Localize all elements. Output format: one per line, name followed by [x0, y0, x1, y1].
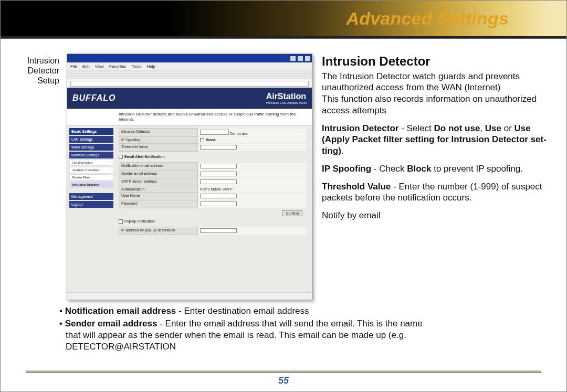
router-body: Basic Settings LAN Settings WAN Settings…	[67, 126, 312, 300]
section-heading: Intrusion Detector	[322, 54, 550, 70]
form-table: IP address for pop-up destination	[119, 227, 307, 235]
form-actions: Confirm	[119, 208, 307, 219]
form-label: Intrusion Detector	[119, 129, 198, 137]
form-label: IP Spoofing	[119, 137, 198, 144]
form-label: Authentication	[119, 186, 198, 193]
select-icon	[200, 130, 229, 135]
page-banner: Advanced Settings	[1, 1, 566, 36]
description-column: Intrusion Detector The Intrusion Detecto…	[322, 54, 550, 300]
figure: File Edit View Favorites Tools Help BUFF…	[67, 54, 314, 300]
text-input	[200, 179, 237, 184]
airstation-sub: Wireless LAN Access Point	[266, 101, 307, 104]
form-label: IP address for pop-up destination	[119, 227, 198, 235]
checkbox-icon	[200, 138, 204, 142]
buffalo-logo: BUFFALO	[72, 93, 116, 103]
banner-title: Advanced Settings	[346, 8, 509, 29]
menu-item: Tools	[132, 64, 142, 69]
paragraph: Threshold Value - Enter the number (1-99…	[322, 181, 550, 204]
sidebar-gap	[69, 189, 113, 192]
menu-item: View	[95, 64, 104, 69]
form-section-header: Pop-up notification	[119, 219, 307, 224]
bullet-item: • Notification email address - Enter des…	[52, 305, 548, 317]
text-input	[200, 194, 237, 198]
text-input	[200, 164, 237, 168]
sidebar-subitem: Routing Setup	[69, 160, 113, 166]
form-label: User Name	[119, 193, 198, 200]
form-section-header: Email Alert Notification	[119, 155, 307, 159]
sidebar-item: WAN Settings	[69, 144, 113, 151]
browser-toolbar	[67, 70, 312, 79]
router-brandbar: BUFFALO AirStation Wireless LAN Access P…	[67, 88, 312, 109]
text-input	[200, 202, 237, 206]
menu-item: Edit	[82, 64, 90, 69]
form-value: Block	[197, 137, 306, 144]
caption-line: Setup	[13, 76, 59, 86]
browser-statusbar	[67, 292, 312, 300]
sidebar-header: Basic Settings	[69, 128, 113, 135]
form-value	[197, 227, 306, 235]
form-table: Intrusion Detector Do not use IP Spoofin…	[119, 128, 307, 152]
form-value: POP3 before SMTP	[197, 186, 306, 193]
checkbox-icon	[119, 219, 123, 224]
browser-menubar: File Edit View Favorites Tools Help	[67, 62, 312, 70]
form-value: Do not use	[197, 129, 306, 137]
confirm-button: Confirm	[282, 210, 302, 216]
checkbox-icon	[119, 155, 123, 159]
form-label: Notification email address	[119, 163, 198, 171]
text-input	[200, 172, 237, 176]
address-field	[70, 81, 309, 87]
form-value	[197, 193, 306, 200]
form-value	[197, 144, 306, 152]
figure-caption: Intrusion Detector Setup	[13, 54, 59, 300]
paragraph: Intrusion Detector - Select Do not use, …	[322, 123, 550, 157]
browser-addressbar	[67, 79, 312, 88]
caption-line: Intrusion	[13, 56, 59, 66]
sidebar-subitem-selected: Intrusion Detector	[69, 182, 113, 188]
sidebar-subitem: Address Translation	[69, 167, 113, 173]
form-label: Password	[119, 200, 198, 208]
sidebar-item: LAN Settings	[69, 136, 113, 143]
caption-line: Detector	[13, 66, 59, 76]
airstation-text: AirStation	[266, 92, 306, 101]
window-minimize-icon	[290, 56, 296, 61]
menu-item: Favorites	[109, 64, 127, 69]
router-sidebar: Basic Settings LAN Settings WAN Settings…	[67, 126, 116, 300]
router-form: Intrusion Detector Do not use IP Spoofin…	[116, 126, 312, 300]
embedded-screenshot: File Edit View Favorites Tools Help BUFF…	[67, 54, 312, 300]
form-value	[197, 163, 306, 171]
form-value	[197, 200, 306, 208]
sidebar-item: Network Settings	[69, 152, 113, 158]
paragraph: Notify by email	[322, 210, 550, 221]
manual-page: Advanced Settings Intrusion Detector Set…	[0, 0, 567, 392]
paragraph: The Intrusion Detector watch guards and …	[322, 71, 550, 116]
form-label: Sender email address	[119, 171, 198, 178]
window-close-icon	[304, 56, 311, 61]
form-value	[197, 178, 306, 186]
bullet-list: • Notification email address - Enter des…	[1, 304, 566, 353]
text-input	[200, 228, 237, 233]
text-input	[200, 145, 237, 150]
airstation-logo: AirStation Wireless LAN Access Point	[266, 92, 307, 104]
window-maximize-icon	[297, 56, 303, 61]
footer-rule	[26, 372, 541, 373]
sidebar-item: Logout	[69, 201, 113, 208]
window-titlebar	[67, 54, 312, 62]
bullet-item: • Sender email address - Enter the email…	[52, 318, 548, 353]
content-row: Intrusion Detector Setup File Edit View …	[1, 39, 566, 304]
sidebar-item: Management	[69, 193, 113, 200]
form-label: SMTP server address	[119, 178, 198, 186]
router-page-desc: Intrusion Detector detects and blocks un…	[67, 109, 312, 126]
menu-item: Help	[146, 64, 155, 69]
menu-item: File	[70, 64, 77, 69]
form-value	[197, 171, 306, 178]
sidebar-subitem: Packet Filter	[69, 174, 113, 181]
form-label: Threshold Value	[119, 144, 198, 152]
paragraph: IP Spoofing - Check Block to prevent IP …	[322, 163, 550, 175]
form-table: Notification email address Sender email …	[119, 162, 307, 208]
page-number: 55	[1, 375, 566, 386]
